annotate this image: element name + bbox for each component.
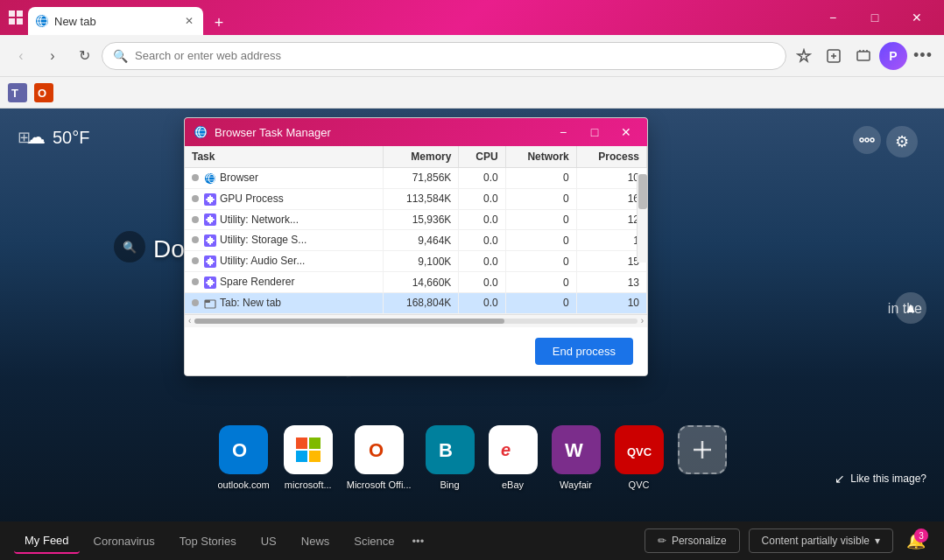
cpu-cell: 0.0 xyxy=(459,292,505,313)
cpu-cell: 0.0 xyxy=(459,209,505,230)
network-cell: 0 xyxy=(505,272,576,293)
svg-text:T: T xyxy=(11,87,18,100)
svg-rect-2 xyxy=(9,18,15,24)
col-cpu[interactable]: CPU xyxy=(459,146,505,168)
table-row[interactable]: GPU Process113,584K0.0016 xyxy=(185,188,647,209)
task-cell: Tab: New tab xyxy=(185,292,384,313)
svg-rect-3 xyxy=(17,18,23,24)
main-content: www.msftnnext.com ⊞ ☁ 50°F ⚙ 🔍 Do in the… xyxy=(0,108,944,560)
svg-rect-1 xyxy=(17,10,23,17)
table-row[interactable]: Utility: Storage S...9,464K0.001 xyxy=(185,230,647,251)
scrollbar-thumb xyxy=(638,174,647,209)
table-vertical-scrollbar[interactable] xyxy=(637,174,647,262)
close-button[interactable]: ✕ xyxy=(897,4,937,32)
task-manager-table-container: Task Memory CPU Network Process Browser7… xyxy=(185,146,647,315)
process-cell: 13 xyxy=(576,272,646,293)
toolbar-actions: P ••• xyxy=(790,42,937,70)
task-cell: Utility: Audio Ser... xyxy=(185,251,384,272)
svg-rect-49 xyxy=(205,300,210,303)
back-button[interactable]: ‹ xyxy=(7,42,35,70)
minimize-button[interactable]: − xyxy=(813,4,853,32)
browser-frame: New tab ✕ + − □ ✕ ‹ › ↻ 🔍 xyxy=(0,0,944,560)
favorites-star-icon[interactable] xyxy=(790,42,818,70)
network-cell: 0 xyxy=(505,230,576,251)
cpu-cell: 0.0 xyxy=(459,251,505,272)
microsoft-teams-icon[interactable]: T xyxy=(7,82,28,103)
address-bar[interactable]: 🔍 xyxy=(102,42,786,70)
window-controls: − □ ✕ xyxy=(813,4,937,32)
task-manager-table-scroll[interactable]: Task Memory CPU Network Process Browser7… xyxy=(185,146,647,315)
task-cell: Spare Renderer xyxy=(185,272,384,293)
col-process[interactable]: Process xyxy=(576,146,646,168)
tab-close-button[interactable]: ✕ xyxy=(182,14,196,28)
forward-button[interactable]: › xyxy=(39,42,67,70)
tab-favicon xyxy=(35,14,49,28)
task-manager-minimize[interactable]: − xyxy=(551,120,575,144)
new-tab-button[interactable]: + xyxy=(207,10,231,35)
refresh-button[interactable]: ↻ xyxy=(70,42,98,70)
network-cell: 0 xyxy=(505,251,576,272)
col-task[interactable]: Task xyxy=(185,146,384,168)
task-manager-titlebar: Browser Task Manager − □ ✕ xyxy=(185,118,647,146)
horizontal-scroll-thumb xyxy=(194,318,504,324)
collections-icon[interactable] xyxy=(849,42,877,70)
table-row[interactable]: Browser71,856K0.0010 xyxy=(185,168,647,189)
app-bar: T O xyxy=(0,77,944,108)
memory-cell: 14,660K xyxy=(384,272,459,293)
memory-cell: 9,464K xyxy=(384,230,459,251)
add-to-favorites-icon[interactable] xyxy=(820,42,848,70)
table-row[interactable]: Utility: Network...15,936K0.0012 xyxy=(185,209,647,230)
task-manager-table: Task Memory CPU Network Process Browser7… xyxy=(185,146,647,314)
address-input[interactable] xyxy=(135,49,775,62)
task-cell: GPU Process xyxy=(185,188,384,209)
task-manager-app-icon xyxy=(194,125,208,139)
svg-rect-0 xyxy=(9,10,15,17)
cpu-cell: 0.0 xyxy=(459,188,505,209)
network-cell: 0 xyxy=(505,168,576,189)
network-cell: 0 xyxy=(505,188,576,209)
svg-rect-11 xyxy=(857,52,870,60)
table-row[interactable]: Tab: New tab168,804K0.0010 xyxy=(185,292,647,313)
memory-cell: 15,936K xyxy=(384,209,459,230)
toolbar: ‹ › ↻ 🔍 xyxy=(0,35,944,77)
task-manager-title: Browser Task Manager xyxy=(215,126,544,139)
cpu-cell: 0.0 xyxy=(459,230,505,251)
svg-text:O: O xyxy=(38,87,46,100)
maximize-button[interactable]: □ xyxy=(855,4,895,32)
search-icon: 🔍 xyxy=(113,49,128,63)
window-icon xyxy=(7,9,25,26)
task-manager-footer: End process xyxy=(185,327,647,375)
tab-label: New tab xyxy=(54,15,177,28)
cpu-cell: 0.0 xyxy=(459,168,505,189)
profile-avatar[interactable]: P xyxy=(879,42,907,70)
memory-cell: 113,584K xyxy=(384,188,459,209)
memory-cell: 9,100K xyxy=(384,251,459,272)
end-process-button[interactable]: End process xyxy=(535,338,633,365)
title-bar: New tab ✕ + − □ ✕ xyxy=(0,0,944,35)
office365-icon[interactable]: O xyxy=(33,82,54,103)
memory-cell: 168,804K xyxy=(384,292,459,313)
process-cell: 10 xyxy=(576,292,646,313)
col-network[interactable]: Network xyxy=(505,146,576,168)
table-row[interactable]: Spare Renderer14,660K0.0013 xyxy=(185,272,647,293)
active-tab[interactable]: New tab ✕ xyxy=(28,7,203,35)
more-options-icon[interactable]: ••• xyxy=(909,42,937,70)
task-manager-close[interactable]: ✕ xyxy=(614,120,638,144)
task-manager-dialog: Browser Task Manager − □ ✕ Task Memory xyxy=(184,117,648,376)
col-memory[interactable]: Memory xyxy=(384,146,459,168)
task-cell: Utility: Storage S... xyxy=(185,230,384,251)
task-manager-maximize[interactable]: □ xyxy=(582,120,607,144)
tab-bar: New tab ✕ + xyxy=(28,0,809,35)
network-cell: 0 xyxy=(505,292,576,313)
task-manager-overlay: Browser Task Manager − □ ✕ Task Memory xyxy=(0,108,944,560)
memory-cell: 71,856K xyxy=(384,168,459,189)
horizontal-scroll-track xyxy=(194,318,637,324)
task-cell: Utility: Network... xyxy=(185,209,384,230)
title-bar-left xyxy=(7,9,25,26)
task-cell: Browser xyxy=(185,168,384,189)
table-row[interactable]: Utility: Audio Ser...9,100K0.0015 xyxy=(185,251,647,272)
horizontal-scroll-area[interactable]: ‹ › xyxy=(185,315,647,327)
cpu-cell: 0.0 xyxy=(459,272,505,293)
network-cell: 0 xyxy=(505,209,576,230)
